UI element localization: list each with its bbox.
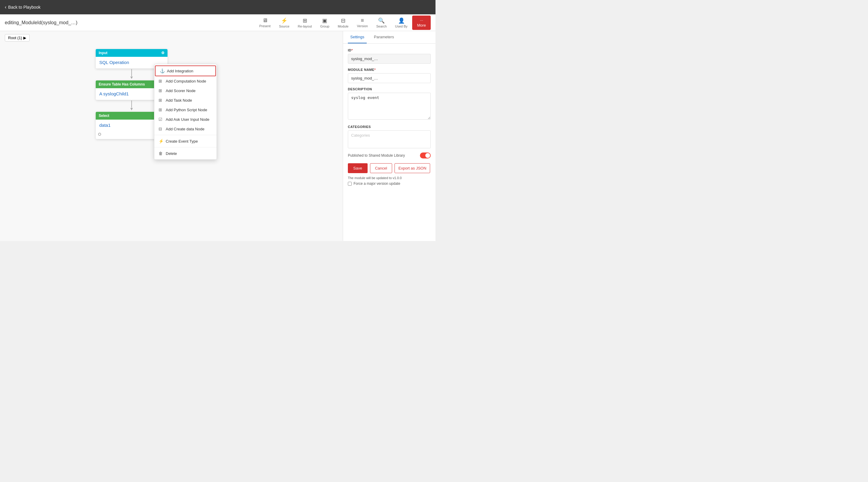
- node-dot: [98, 133, 101, 136]
- add-scorer-icon: ⊞: [158, 88, 163, 93]
- add-integration-icon: ⚓: [160, 68, 164, 73]
- tab-settings-label: Settings: [350, 35, 364, 39]
- titlebar: editing_ModuleId(syslog_mod_…) 🖥 Present…: [0, 14, 435, 31]
- present-label: Present: [259, 24, 271, 28]
- back-label: Back to Playbook: [8, 5, 40, 9]
- major-version-checkbox[interactable]: [348, 182, 352, 186]
- more-dots-icon: ···: [420, 18, 423, 23]
- menu-add-python[interactable]: ⊞ Add Python Script Node: [154, 105, 217, 115]
- id-field-input[interactable]: [348, 54, 431, 64]
- group-label: Group: [320, 25, 330, 28]
- module-name-required-star: *: [374, 68, 376, 71]
- toolbar: 🖥 Present ⚡ Source ⊞ Re-layout ▣ Group ⊟…: [256, 15, 431, 30]
- add-computation-label: Add Computation Node: [166, 79, 206, 84]
- toolbar-module[interactable]: ⊟ Module: [334, 16, 352, 29]
- export-json-button[interactable]: Export as JSON: [395, 163, 430, 173]
- description-field-textarea[interactable]: syslog event: [348, 93, 431, 120]
- toolbar-present[interactable]: 🖥 Present: [256, 16, 274, 29]
- id-field-label: ID*: [348, 49, 431, 52]
- categories-field-input[interactable]: Categories: [348, 130, 431, 148]
- more-button[interactable]: ··· More: [412, 15, 431, 30]
- menu-add-create-data[interactable]: ⊟ Add Create data Node: [154, 124, 217, 134]
- toolbar-version[interactable]: ≡ Version: [353, 16, 371, 29]
- add-python-label: Add Python Script Node: [166, 108, 207, 112]
- add-create-data-label: Add Create data Node: [166, 127, 204, 131]
- menu-add-task[interactable]: ⊞ Add Task Node: [154, 95, 217, 105]
- menu-add-computation[interactable]: ⊞ Add Computation Node: [154, 76, 217, 86]
- cancel-button[interactable]: Cancel: [370, 163, 392, 173]
- panel-content: ID* MODULE NAME* DESCRIPTION syslog even…: [343, 44, 435, 190]
- breadcrumb-bar: Root (1) ▶: [0, 31, 343, 44]
- main-layout: Root (1) ▶ Input ⚙ SQL Operation ▼: [0, 31, 435, 241]
- add-ask-user-label: Add Ask User Input Node: [166, 117, 209, 122]
- connector-arrow-2: ▼: [129, 106, 134, 111]
- context-menu: ⚓ Add Integration ⊞ Add Computation Node…: [154, 64, 217, 160]
- major-version-row: Force a major version update: [348, 182, 431, 186]
- add-python-icon: ⊞: [158, 107, 163, 112]
- toolbar-group[interactable]: ▣ Group: [317, 16, 333, 29]
- panel-tabs: Settings Parameters: [343, 31, 435, 44]
- source-label: Source: [279, 25, 289, 28]
- module-name-field-label: MODULE NAME*: [348, 68, 431, 71]
- add-create-data-icon: ⊟: [158, 127, 163, 131]
- breadcrumb-arrow-icon: ▶: [23, 36, 26, 40]
- menu-add-integration[interactable]: ⚓ Add Integration: [155, 65, 216, 76]
- create-event-icon: ⚡: [158, 139, 163, 143]
- tab-parameters-label: Parameters: [374, 35, 394, 39]
- input-node-label: Input: [99, 51, 107, 55]
- btn-row: Save Cancel Export as JSON: [348, 163, 431, 173]
- toggle-label: Published to Shared Module Library: [348, 153, 405, 158]
- relayout-label: Re-layout: [298, 25, 312, 28]
- menu-delete[interactable]: 🗑 Delete: [154, 149, 217, 158]
- source-icon: ⚡: [281, 17, 287, 24]
- input-node-text: SQL Operation: [99, 60, 129, 65]
- module-title: editing_ModuleId(syslog_mod_…): [5, 20, 256, 25]
- add-scorer-label: Add Scorer Node: [166, 89, 196, 93]
- connector-arrow-1: ▼: [129, 75, 134, 80]
- relayout-icon: ⊞: [303, 17, 307, 24]
- menu-add-scorer[interactable]: ⊞ Add Scorer Node: [154, 86, 217, 95]
- group-icon: ▣: [322, 17, 327, 24]
- save-button[interactable]: Save: [348, 163, 368, 173]
- ensure-node-label: Ensure Table Has Columns: [99, 82, 145, 87]
- published-toggle[interactable]: [420, 153, 431, 158]
- add-ask-user-icon: ☑: [158, 117, 163, 122]
- toolbar-source[interactable]: ⚡ Source: [276, 16, 293, 29]
- toolbar-search[interactable]: 🔍 Search: [373, 16, 390, 29]
- menu-add-ask-user[interactable]: ☑ Add Ask User Input Node: [154, 115, 217, 124]
- menu-create-event[interactable]: ⚡ Create Event Type: [154, 136, 217, 146]
- breadcrumb-label: Root (1): [8, 36, 22, 40]
- create-event-label: Create Event Type: [166, 139, 198, 143]
- major-version-label[interactable]: Force a major version update: [353, 182, 400, 186]
- back-icon: ‹: [5, 4, 6, 10]
- version-label: Version: [357, 24, 368, 28]
- canvas-area[interactable]: Root (1) ▶ Input ⚙ SQL Operation ▼: [0, 31, 343, 241]
- tab-parameters[interactable]: Parameters: [371, 31, 396, 43]
- input-node-header: Input ⚙: [96, 49, 167, 57]
- add-task-label: Add Task Node: [166, 98, 192, 102]
- menu-divider: [154, 135, 217, 135]
- description-field-label: DESCRIPTION: [348, 87, 431, 91]
- delete-icon: 🗑: [158, 151, 163, 156]
- select-node-text: data1: [99, 123, 111, 128]
- usedby-label: Used By: [395, 25, 408, 28]
- version-note: The module will be updated to v1.0.0: [348, 176, 431, 180]
- module-icon: ⊟: [341, 17, 345, 24]
- toolbar-usedby[interactable]: 👤 Used By: [392, 16, 411, 29]
- search-label: Search: [376, 25, 387, 28]
- back-to-playbook-link[interactable]: ‹ Back to Playbook: [5, 4, 41, 10]
- present-icon: 🖥: [262, 17, 268, 24]
- toolbar-relayout[interactable]: ⊞ Re-layout: [294, 16, 315, 29]
- select-node-label: Select: [99, 114, 109, 118]
- tab-settings[interactable]: Settings: [348, 31, 367, 43]
- add-computation-icon: ⊞: [158, 78, 163, 84]
- module-name-field-input[interactable]: [348, 73, 431, 83]
- input-node-settings-icon: ⚙: [161, 51, 164, 55]
- search-icon: 🔍: [378, 17, 385, 24]
- categories-placeholder: Categories: [351, 133, 370, 137]
- id-required-star: *: [351, 49, 353, 52]
- categories-field-label: CATEGORIES: [348, 125, 431, 129]
- breadcrumb-button[interactable]: Root (1) ▶: [5, 34, 30, 41]
- toggle-row: Published to Shared Module Library: [348, 153, 431, 158]
- usedby-icon: 👤: [398, 17, 405, 24]
